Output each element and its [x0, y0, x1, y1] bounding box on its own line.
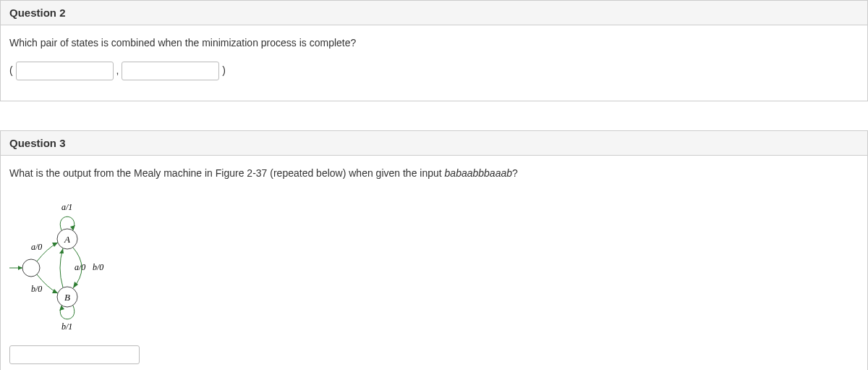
open-paren: (: [9, 64, 13, 76]
q3-answer-input[interactable]: [9, 345, 140, 364]
svg-marker-1: [18, 266, 22, 270]
svg-marker-8: [52, 289, 58, 293]
q3-prompt-post: ?: [512, 167, 518, 179]
state-A-label: A: [64, 234, 70, 245]
state-2-input[interactable]: [122, 62, 219, 80]
state-1-input[interactable]: [16, 62, 114, 80]
close-paren: ): [222, 64, 226, 76]
question-2-prompt: Which pair of states is combined when th…: [9, 37, 859, 49]
svg-marker-7: [52, 243, 58, 247]
question-3-title: Question 3: [9, 137, 66, 149]
state-B-label: B: [64, 292, 70, 303]
q3-prompt-em: babaabbbaaab: [445, 167, 512, 179]
question-2-title: Question 2: [9, 7, 66, 19]
pair-input-row: ( , ): [9, 62, 859, 80]
B-to-A-label: a/0: [75, 262, 85, 272]
question-3-body: What is the output from the Mealy machin…: [1, 156, 867, 370]
start-to-A-label: a/0: [31, 242, 42, 252]
loop-B-label: b/1: [61, 321, 72, 329]
question-3-prompt: What is the output from the Mealy machin…: [9, 167, 859, 179]
question-2-header: Question 2: [1, 1, 867, 25]
A-to-B-label: b/0: [93, 262, 103, 272]
svg-marker-9: [59, 248, 64, 253]
q3-prompt-pre: What is the output from the Mealy machin…: [9, 167, 445, 179]
start-to-B-label: b/0: [31, 284, 42, 294]
svg-point-2: [22, 259, 40, 277]
loop-A-label: a/1: [61, 202, 72, 212]
comma: ,: [116, 64, 119, 76]
question-3-block: Question 3 What is the output from the M…: [0, 130, 868, 370]
question-2-block: Question 2 Which pair of states is combi…: [0, 0, 868, 101]
question-2-body: Which pair of states is combined when th…: [1, 25, 867, 101]
mealy-diagram: A B a/1 b/1 a/0 b/0: [9, 192, 859, 329]
question-3-header: Question 3: [1, 131, 867, 156]
